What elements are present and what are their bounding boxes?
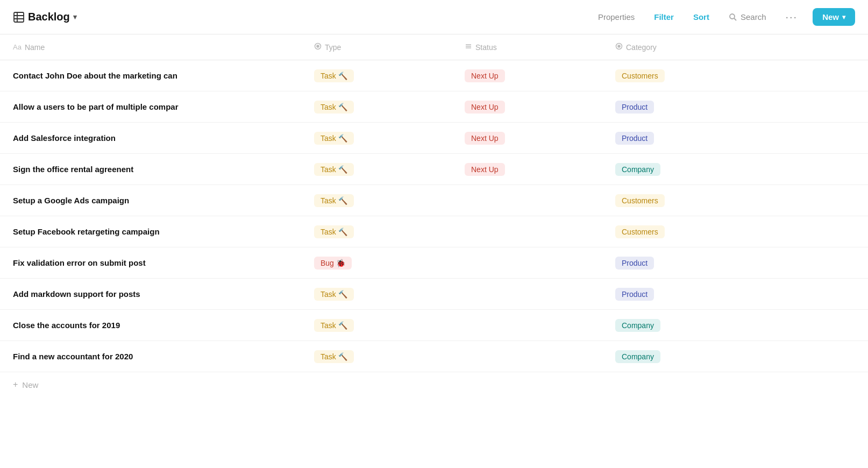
cell-name: Sign the office rental agreenent <box>13 165 314 174</box>
category-badge: Product <box>615 101 654 114</box>
table-row[interactable]: Setup Facebook retargeting campaignTask … <box>0 216 868 247</box>
header-left: Backlog ▾ <box>13 11 594 23</box>
category-badge: Customers <box>615 69 665 82</box>
svg-point-4 <box>730 14 735 19</box>
svg-point-7 <box>317 45 319 47</box>
cell-category: Company <box>615 163 855 176</box>
cell-category: Customers <box>615 194 855 207</box>
filter-button[interactable]: Filter <box>650 10 678 24</box>
table-row[interactable]: Add markdown support for postsTask 🔨Prod… <box>0 279 868 310</box>
cell-type: Task 🔨 <box>314 225 465 238</box>
cell-name: Add markdown support for posts <box>13 289 314 299</box>
cell-name: Allow a users to be part of multiple com… <box>13 102 314 111</box>
category-badge: Customers <box>615 194 665 207</box>
table-row[interactable]: Sign the office rental agreenentTask 🔨Ne… <box>0 154 868 185</box>
title-text: Backlog <box>28 11 70 23</box>
status-badge: Next Up <box>465 101 505 114</box>
category-badge: Product <box>615 288 654 301</box>
search-button[interactable]: Search <box>724 10 771 24</box>
type-badge: Task 🔨 <box>314 350 354 363</box>
table-body: Contact John Doe about the marketing can… <box>0 60 868 372</box>
cell-type: Task 🔨 <box>314 350 465 363</box>
cell-type: Bug 🐞 <box>314 257 465 270</box>
table-row[interactable]: Close the accounts for 2019Task 🔨Company <box>0 310 868 341</box>
cell-name: Contact John Doe about the marketing can <box>13 71 314 80</box>
cell-type: Task 🔨 <box>314 101 465 114</box>
cell-status: Next Up <box>465 132 615 145</box>
type-badge: Task 🔨 <box>314 194 354 207</box>
category-badge: Product <box>615 132 654 145</box>
cell-name: Fix validation error on submit post <box>13 258 314 267</box>
title-chevron: ▾ <box>73 13 77 21</box>
cell-category: Product <box>615 101 855 114</box>
search-icon <box>729 13 737 22</box>
status-badge: Next Up <box>465 132 505 145</box>
col-header-status: Status <box>465 42 615 52</box>
new-button[interactable]: New ▾ <box>813 8 855 26</box>
table-row[interactable]: Allow a users to be part of multiple com… <box>0 91 868 123</box>
svg-line-5 <box>734 18 736 20</box>
sort-button[interactable]: Sort <box>689 10 714 24</box>
cell-type: Task 🔨 <box>314 319 465 332</box>
category-badge: Company <box>615 163 660 176</box>
header: Backlog ▾ Properties Filter Sort Search … <box>0 0 868 34</box>
table-row[interactable]: Fix validation error on submit postBug 🐞… <box>0 247 868 279</box>
cell-category: Company <box>615 350 855 363</box>
type-col-icon <box>314 42 322 52</box>
add-new-label: New <box>22 380 38 389</box>
table-row[interactable]: Setup a Google Ads campaignTask 🔨Custome… <box>0 185 868 216</box>
category-col-icon <box>615 42 623 52</box>
status-badge: Next Up <box>465 163 505 176</box>
add-new-row[interactable]: + New <box>0 372 868 397</box>
cell-category: Product <box>615 132 855 145</box>
new-label: New <box>822 12 839 22</box>
type-badge: Task 🔨 <box>314 101 354 114</box>
cell-category: Company <box>615 319 855 332</box>
status-col-label: Status <box>475 43 497 52</box>
table-header: Aa Name Type Status Category <box>0 34 868 60</box>
category-badge: Product <box>615 257 654 270</box>
svg-point-12 <box>618 45 620 47</box>
properties-button[interactable]: Properties <box>594 10 639 24</box>
type-badge: Bug 🐞 <box>314 257 352 270</box>
col-header-type: Type <box>314 42 465 52</box>
cell-name: Find a new accountant for 2020 <box>13 352 314 361</box>
category-badge: Customers <box>615 225 665 238</box>
new-chevron: ▾ <box>842 13 845 21</box>
category-col-label: Category <box>626 43 657 52</box>
more-button[interactable]: ··· <box>781 9 802 25</box>
table-row[interactable]: Contact John Doe about the marketing can… <box>0 60 868 91</box>
col-header-category: Category <box>615 42 855 52</box>
table-row[interactable]: Add Salesforce integrationTask 🔨Next UpP… <box>0 123 868 154</box>
col-header-name: Aa Name <box>13 43 314 52</box>
type-badge: Task 🔨 <box>314 163 354 176</box>
type-badge: Task 🔨 <box>314 69 354 82</box>
cell-category: Customers <box>615 69 855 82</box>
name-col-icon: Aa <box>13 43 22 51</box>
name-col-label: Name <box>25 43 45 52</box>
type-badge: Task 🔨 <box>314 319 354 332</box>
category-badge: Company <box>615 350 660 363</box>
cell-name: Setup a Google Ads campaign <box>13 196 314 205</box>
header-right: Properties Filter Sort Search ··· New ▾ <box>594 8 855 26</box>
cell-category: Product <box>615 288 855 301</box>
cell-type: Task 🔨 <box>314 132 465 145</box>
cell-status: Next Up <box>465 69 615 82</box>
cell-name: Add Salesforce integration <box>13 133 314 143</box>
cell-type: Task 🔨 <box>314 194 465 207</box>
type-col-label: Type <box>325 43 341 52</box>
cell-status: Next Up <box>465 163 615 176</box>
plus-icon: + <box>13 380 18 389</box>
status-col-icon <box>465 42 472 52</box>
cell-type: Task 🔨 <box>314 288 465 301</box>
svg-rect-0 <box>14 12 24 22</box>
cell-status: Next Up <box>465 101 615 114</box>
cell-type: Task 🔨 <box>314 163 465 176</box>
type-badge: Task 🔨 <box>314 132 354 145</box>
table-row[interactable]: Find a new accountant for 2020Task 🔨Comp… <box>0 341 868 372</box>
cell-type: Task 🔨 <box>314 69 465 82</box>
cell-name: Close the accounts for 2019 <box>13 321 314 330</box>
type-badge: Task 🔨 <box>314 288 354 301</box>
page-title[interactable]: Backlog ▾ <box>13 11 77 23</box>
table-icon <box>13 11 25 23</box>
